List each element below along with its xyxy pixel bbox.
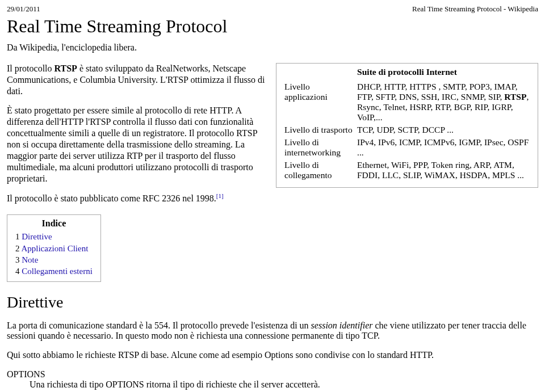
infobox: Suite di protocolli Internet Livello app… bbox=[276, 63, 538, 188]
main-column: Il protocollo RTSP è stato sviluppato da… bbox=[7, 63, 269, 282]
intro-paragraph-1: Il protocollo RTSP è stato sviluppato da… bbox=[7, 63, 269, 97]
toc-title: Indice bbox=[15, 218, 93, 229]
table-of-contents: Indice 1 Direttive2 Applicazioni Client3… bbox=[7, 214, 101, 282]
text: Il protocollo bbox=[7, 64, 54, 73]
toc-item[interactable]: 4 Collegamenti esterni bbox=[15, 265, 93, 277]
infobox-row-label: Livello applicazioni bbox=[282, 81, 355, 124]
infobox-row-value: IPv4, IPv6, ICMP, ICMPv6, IGMP, IPsec, O… bbox=[355, 136, 532, 159]
page-title: Real Time Streaming Protocol bbox=[7, 16, 538, 37]
definition-term: OPTIONS bbox=[7, 369, 538, 380]
infobox-row-label: Livello di collegamento bbox=[282, 159, 355, 182]
section-paragraph-1: La porta di comunicazione standard è la … bbox=[7, 321, 538, 341]
definition-description: Una richiesta di tipo OPTIONS ritorna il… bbox=[30, 380, 538, 390]
toc-item[interactable]: 2 Applicazioni Client bbox=[15, 243, 93, 254]
section-heading-direttive: Direttive bbox=[7, 293, 538, 311]
print-header: Real Time Streaming Protocol - Wikipedia bbox=[412, 5, 538, 14]
infobox-row-label: Livello di trasporto bbox=[282, 124, 355, 136]
section-paragraph-2: Qui sotto abbiamo le richieste RTSP di b… bbox=[7, 350, 538, 360]
infobox-row-value: DHCP, HTTP, HTTPS , SMTP, POP3, IMAP, FT… bbox=[355, 81, 532, 124]
toc-item[interactable]: 1 Direttive bbox=[15, 231, 93, 242]
text: Il protocollo è stato pubblicato come RF… bbox=[7, 193, 216, 203]
infobox-row-value: TCP, UDP, SCTP, DCCP ... bbox=[355, 124, 532, 136]
infobox-title: Suite di protocolli Internet bbox=[282, 67, 532, 77]
bold-rtsp: RTSP bbox=[54, 64, 77, 73]
definition-list: OPTIONS Una richiesta di tipo OPTIONS ri… bbox=[7, 369, 538, 390]
infobox-row-value: Ethernet, WiFi, PPP, Token ring, ARP, AT… bbox=[355, 159, 532, 182]
print-date: 29/01/2011 bbox=[7, 5, 40, 14]
toc-item[interactable]: 3 Note bbox=[15, 254, 93, 265]
text: La porta di comunicazione standard è la … bbox=[7, 321, 311, 330]
intro-paragraph-2: È stato progettato per essere simile al … bbox=[7, 105, 269, 184]
infobox-table: Livello applicazioniDHCP, HTTP, HTTPS , … bbox=[282, 81, 532, 182]
intro-paragraph-3: Il protocollo è stato pubblicato come RF… bbox=[7, 192, 269, 204]
page-subtitle: Da Wikipedia, l'enciclopedia libera. bbox=[7, 43, 538, 53]
italic-session-identifier: session identifier bbox=[311, 321, 373, 330]
reference-link[interactable]: [1] bbox=[216, 192, 224, 199]
infobox-row-label: Livello di internetworking bbox=[282, 136, 355, 159]
